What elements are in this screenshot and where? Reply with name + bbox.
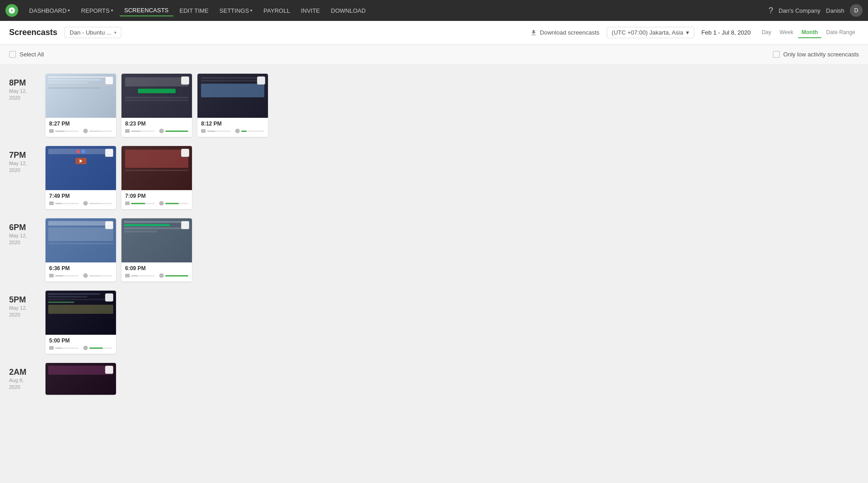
monitor-icon xyxy=(125,129,130,133)
low-activity-checkbox[interactable] xyxy=(773,51,780,58)
screenshots-5pm: 5:00 PM xyxy=(45,291,116,354)
time-label-2am: 2AM Aug 8,2020 xyxy=(9,363,45,395)
card-checkbox[interactable] xyxy=(105,366,113,374)
time-group-5pm: 5PM May 12,2020 xyxy=(9,291,859,354)
card-checkbox[interactable] xyxy=(181,221,189,229)
select-all[interactable]: Select All xyxy=(9,51,44,58)
date-nav-month[interactable]: Month xyxy=(798,27,822,38)
monitor-icon xyxy=(125,274,130,277)
toolbar: Select All Only low activity screencasts xyxy=(0,45,868,65)
logo[interactable] xyxy=(5,4,18,17)
monitor-icon xyxy=(49,129,54,133)
nav-dashboard[interactable]: DASHBOARD ▾ xyxy=(25,5,75,16)
screenshots-8pm: 8:27 PM xyxy=(45,74,268,137)
nav-settings[interactable]: SETTINGS ▾ xyxy=(215,5,257,16)
timezone-selector[interactable]: (UTC +07:00) Jakarta, Asia ▾ xyxy=(607,27,694,38)
nav-download[interactable]: DOWNLOAD xyxy=(326,5,370,16)
date-nav: Day Week Month Date Range xyxy=(758,27,859,38)
chevron-down-icon: ▾ xyxy=(68,8,70,13)
chevron-down-icon: ▾ xyxy=(686,29,689,36)
chevron-down-icon: ▾ xyxy=(111,8,113,13)
mouse-icon xyxy=(159,273,164,278)
date-nav-daterange[interactable]: Date Range xyxy=(823,27,859,38)
time-group-2am: 2AM Aug 8,2020 xyxy=(9,363,859,395)
card-checkbox[interactable] xyxy=(181,149,189,157)
card-checkbox[interactable] xyxy=(105,149,113,157)
card-checkbox[interactable] xyxy=(105,221,113,229)
select-all-label: Select All xyxy=(20,51,44,58)
screenshot-thumbnail xyxy=(197,74,268,118)
main-content: 8PM May 12,2020 xyxy=(0,65,868,413)
help-icon[interactable]: ? xyxy=(768,6,773,15)
nav-invite[interactable]: INVITE xyxy=(296,5,324,16)
user-name: Danish xyxy=(826,7,844,14)
company-name: Dan's Company xyxy=(778,7,820,14)
download-screencasts-button[interactable]: Download screencasts xyxy=(530,29,600,36)
screenshot-card[interactable]: 5:00 PM xyxy=(45,291,116,354)
chevron-down-icon: ▾ xyxy=(250,8,252,13)
mouse-icon xyxy=(83,346,88,350)
time-label-8pm: 8PM May 12,2020 xyxy=(9,74,45,137)
nav-payroll[interactable]: PAYROLL xyxy=(259,5,294,16)
screenshot-card[interactable]: 8:23 PM xyxy=(121,74,192,137)
select-all-checkbox[interactable] xyxy=(9,51,16,58)
screenshot-thumbnail xyxy=(45,218,116,262)
monitor-icon xyxy=(49,274,54,277)
mouse-icon xyxy=(83,129,88,133)
date-nav-week[interactable]: Week xyxy=(776,27,797,38)
nav-screencasts[interactable]: SCREENCASTS xyxy=(120,5,173,16)
time-group-6pm: 6PM May 12,2020 6:36 PM xyxy=(9,218,859,282)
date-nav-day[interactable]: Day xyxy=(758,27,775,38)
download-icon xyxy=(530,29,537,36)
screenshot-thumbnail xyxy=(121,146,192,190)
screenshot-card[interactable] xyxy=(45,363,116,395)
screenshot-card[interactable]: 8:27 PM xyxy=(45,74,116,137)
screenshot-card[interactable]: 7:49 PM xyxy=(45,146,116,209)
screenshot-thumbnail xyxy=(45,291,116,335)
monitor-icon xyxy=(125,201,130,205)
user-selector[interactable]: Dan - Ubuntu ... ▾ xyxy=(65,27,121,38)
time-label-6pm: 6PM May 12,2020 xyxy=(9,218,45,282)
nav-reports[interactable]: REPORTS ▾ xyxy=(76,5,118,16)
monitor-icon xyxy=(49,346,54,350)
card-checkbox[interactable] xyxy=(105,76,113,85)
screenshot-thumbnail xyxy=(121,218,192,262)
chevron-down-icon: ▾ xyxy=(114,30,116,35)
time-label-5pm: 5PM May 12,2020 xyxy=(9,291,45,354)
screenshot-card[interactable]: 8:12 PM xyxy=(197,74,268,137)
screenshot-thumbnail xyxy=(45,363,116,395)
low-activity-filter[interactable]: Only low activity screencasts xyxy=(773,51,859,58)
card-checkbox[interactable] xyxy=(257,76,265,85)
monitor-icon xyxy=(201,129,206,133)
time-label-7pm: 7PM May 12,2020 xyxy=(9,146,45,209)
top-nav: DASHBOARD ▾ REPORTS ▾ SCREENCASTS EDIT T… xyxy=(0,0,868,21)
screenshot-card[interactable]: 6:36 PM xyxy=(45,218,116,282)
low-activity-label: Only low activity screencasts xyxy=(783,51,859,58)
timezone-label: (UTC +07:00) Jakarta, Asia xyxy=(612,29,683,36)
card-checkbox[interactable] xyxy=(181,76,189,85)
monitor-icon xyxy=(49,201,54,205)
time-group-7pm: 7PM May 12,2020 xyxy=(9,146,859,209)
screenshot-card[interactable]: 6:09 PM xyxy=(121,218,192,282)
download-label: Download screencasts xyxy=(540,29,600,36)
date-range-label: Feb 1 - Jul 8, 2020 xyxy=(701,29,751,36)
user-selector-label: Dan - Ubuntu ... xyxy=(70,29,111,36)
mouse-icon xyxy=(159,129,164,133)
screenshots-2am xyxy=(45,363,116,395)
avatar[interactable]: D xyxy=(850,4,863,17)
mouse-icon xyxy=(83,273,88,278)
card-checkbox[interactable] xyxy=(105,293,113,302)
screenshot-card[interactable]: 7:09 PM xyxy=(121,146,192,209)
mouse-icon xyxy=(235,129,240,133)
screenshot-thumbnail xyxy=(121,74,192,118)
screenshots-7pm: 7:49 PM xyxy=(45,146,192,209)
nav-edit-time[interactable]: EDIT TIME xyxy=(175,5,213,16)
subheader: Screencasts Dan - Ubuntu ... ▾ Download … xyxy=(0,21,868,45)
screenshots-6pm: 6:36 PM xyxy=(45,218,192,282)
mouse-icon xyxy=(83,201,88,206)
time-group-8pm: 8PM May 12,2020 xyxy=(9,74,859,137)
screenshot-thumbnail xyxy=(45,74,116,118)
mouse-icon xyxy=(159,201,164,206)
page-title: Screencasts xyxy=(9,28,57,37)
screenshot-thumbnail xyxy=(45,146,116,190)
